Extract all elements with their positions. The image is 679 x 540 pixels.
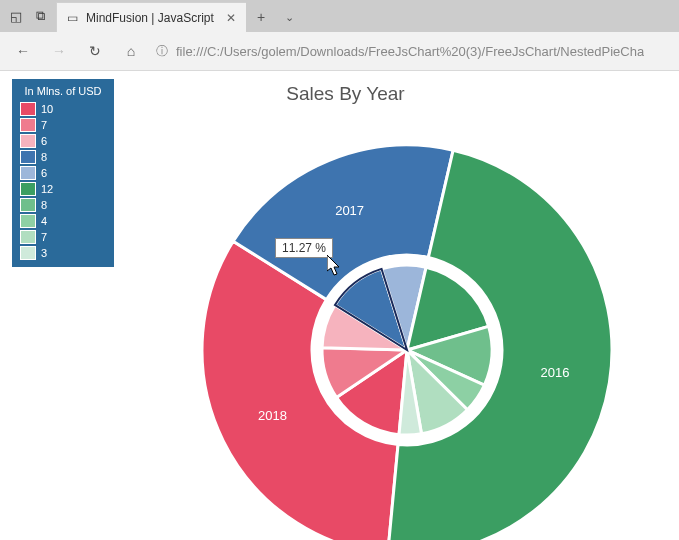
browser-tab[interactable]: ▭ MindFusion | JavaScript ✕: [56, 2, 246, 32]
home-button[interactable]: ⌂: [114, 34, 148, 68]
recent-activities-icon[interactable]: ◱: [4, 0, 28, 32]
legend-title: In Mlns. of USD: [18, 85, 108, 97]
window-controls: ◱ ⧉: [0, 0, 56, 32]
tooltip: 11.27 %: [275, 238, 333, 258]
browser-chrome: ◱ ⧉ ▭ MindFusion | JavaScript ✕ + ⌄ ← → …: [0, 0, 679, 71]
slice-label: 2018: [258, 408, 287, 423]
slice-label: 2017: [335, 203, 364, 218]
tab-favicon: ▭: [67, 11, 78, 25]
url-text: file:///C:/Users/golem/Downloads/FreeJsC…: [176, 44, 644, 59]
page-content: Sales By Year In Mlns. of USD 1076861284…: [0, 71, 679, 540]
info-icon[interactable]: ⓘ: [156, 43, 168, 60]
forward-button[interactable]: →: [42, 34, 76, 68]
tab-title: MindFusion | JavaScript: [86, 11, 218, 25]
tab-chevron-down-icon[interactable]: ⌄: [276, 2, 302, 32]
nested-pie-chart[interactable]: 201820172016: [12, 105, 679, 540]
refresh-button[interactable]: ↻: [78, 34, 112, 68]
chart-area: 201820172016 11.27 %: [12, 105, 679, 540]
back-button[interactable]: ←: [6, 34, 40, 68]
set-aside-tabs-icon[interactable]: ⧉: [28, 0, 52, 32]
slice-label: 2016: [541, 365, 570, 380]
nav-bar: ← → ↻ ⌂ ⓘ file:///C:/Users/golem/Downloa…: [0, 32, 679, 70]
close-icon[interactable]: ✕: [226, 11, 236, 25]
address-bar[interactable]: ⓘ file:///C:/Users/golem/Downloads/FreeJ…: [150, 36, 673, 66]
tab-bar: ◱ ⧉ ▭ MindFusion | JavaScript ✕ + ⌄: [0, 0, 679, 32]
new-tab-button[interactable]: +: [246, 2, 276, 32]
